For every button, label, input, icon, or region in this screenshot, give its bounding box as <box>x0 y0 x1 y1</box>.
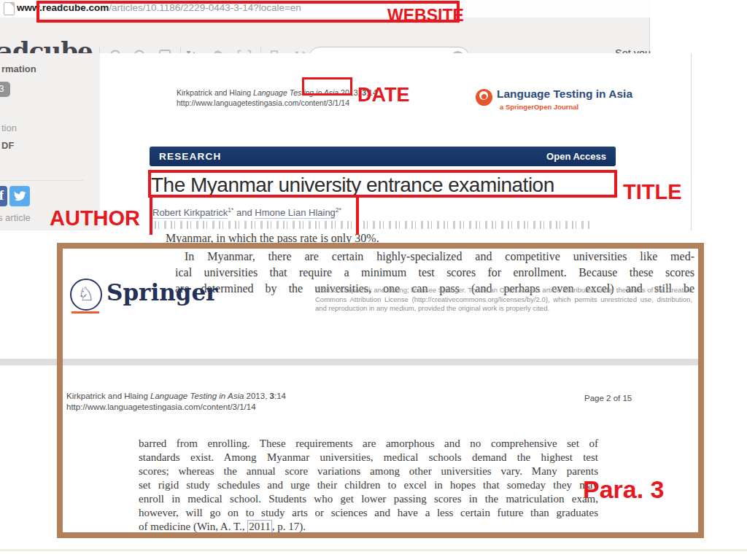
page-right-edge <box>691 53 692 233</box>
reader-toolbar: adcube <box>0 18 650 54</box>
sidebar-info-heading: rmation <box>1 63 36 74</box>
citation-authors: Kirkpatrick and Hlaing <box>177 88 253 97</box>
research-banner: RESEARCH Open Access <box>150 147 616 166</box>
springeropen-logo-icon <box>476 89 492 106</box>
page-icon <box>4 2 15 15</box>
screenshot-bottom-edge <box>0 549 747 551</box>
facebook-icon[interactable]: f <box>0 186 7 206</box>
twitter-icon[interactable] <box>9 186 30 206</box>
share-article-label: s article <box>0 212 31 223</box>
count-badge: 3 <box>0 82 10 97</box>
author-annotation-box <box>150 195 359 235</box>
logo-dot <box>481 94 487 99</box>
banner-research-label: RESEARCH <box>159 151 221 162</box>
date-annotation-label: DATE <box>357 84 410 106</box>
facebook-glyph: f <box>0 187 4 203</box>
citation-url[interactable]: http://www.languagetestingasia.com/conte… <box>177 98 349 107</box>
reader-sidebar: rmation 3 tion DF f s article <box>0 53 101 230</box>
banner-open-access-label: Open Access <box>546 151 606 162</box>
screenshot-root: www.readcube.com/articles/10.1186/2229-0… <box>0 0 747 560</box>
author-annotation-label: AUTHOR <box>50 206 140 230</box>
title-annotation-box <box>148 170 617 198</box>
title-annotation-label: TITLE <box>623 180 682 204</box>
sidebar-item-pdf[interactable]: DF <box>1 140 14 151</box>
paragraph3-annotation-label: Para. 3 <box>583 475 665 504</box>
journal-name: Language Testing in Asia <box>497 88 632 101</box>
journal-subtitle: a SpringerOpen Journal <box>500 103 578 111</box>
sidebar-divider <box>0 180 83 181</box>
website-annotation-label: WEBSITE <box>387 6 464 26</box>
date-annotation-box <box>302 77 352 96</box>
sidebar-item-citation[interactable]: tion <box>1 122 17 133</box>
